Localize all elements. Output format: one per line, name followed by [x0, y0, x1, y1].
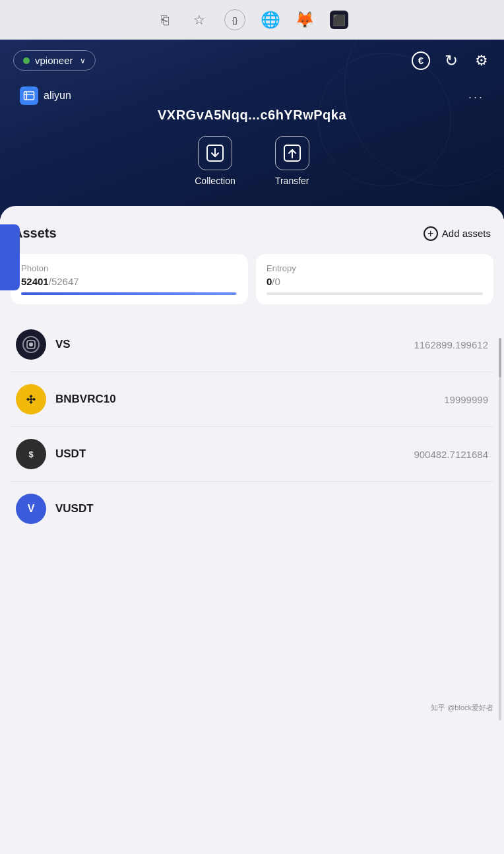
- collection-icon-wrap: [198, 136, 232, 170]
- photon-total: /52647: [49, 276, 79, 287]
- photon-values: 52401/52647: [21, 276, 237, 287]
- wallet-brand-icon: [20, 86, 38, 105]
- vusdt-avatar: V: [16, 494, 46, 524]
- bookmark-icon[interactable]: ☆: [190, 11, 208, 29]
- svg-point-8: [29, 343, 33, 346]
- resource-grid: Photon 52401/52647 Entropy 0/0: [11, 254, 493, 304]
- bnb-avatar: [16, 384, 46, 414]
- bnb-balance: 19999999: [444, 394, 488, 405]
- add-assets-label: Add assets: [442, 228, 491, 239]
- wallet-address[interactable]: VXRGvA5Nqq...c6hYRwPqka: [158, 108, 346, 123]
- collection-label: Collection: [195, 176, 235, 186]
- token-list: VS 1162899.199612 BNBVRC10 19999999 $: [11, 317, 493, 536]
- token-item-vs[interactable]: VS 1162899.199612: [11, 317, 493, 372]
- photon-bar-fill: [21, 292, 236, 295]
- euro-icon[interactable]: €: [412, 51, 430, 70]
- usdt-symbol: USDT: [55, 447, 414, 461]
- add-icon: +: [424, 226, 438, 241]
- entropy-card: Entropy 0/0: [256, 254, 493, 304]
- bnb-icon: [22, 391, 40, 408]
- scrollbar-track[interactable]: [499, 338, 501, 721]
- wallet-header: vpioneer ∨ € ↻ ⚙ aliyun: [0, 40, 504, 219]
- watermark: 知乎 @block爱好者: [431, 703, 493, 713]
- devtools-icon[interactable]: {}: [224, 9, 245, 30]
- usdt-icon: $: [28, 449, 33, 459]
- entropy-bar-bg: [267, 292, 483, 295]
- vusdt-icon: V: [28, 503, 35, 515]
- photon-current: 52401: [21, 276, 49, 287]
- network-name: vpioneer: [35, 55, 73, 66]
- wallet-info: VXRGvA5Nqq...c6hYRwPqka: [13, 108, 491, 123]
- browser-chrome: ⎗ ☆ {} 🌐 🦊 ⬛: [0, 0, 504, 40]
- vs-icon: [22, 336, 40, 353]
- entropy-total: /0: [272, 276, 280, 287]
- add-assets-button[interactable]: + Add assets: [424, 226, 491, 241]
- network-status-dot: [23, 57, 30, 64]
- photon-name: Photon: [21, 263, 237, 273]
- usdt-balance: 900482.7121684: [414, 449, 488, 460]
- wallet-brand: aliyun: [20, 86, 71, 105]
- network-selector[interactable]: vpioneer ∨: [13, 50, 96, 71]
- share-icon[interactable]: ⎗: [156, 11, 174, 29]
- extension-window: vpioneer ∨ € ↻ ⚙ aliyun: [0, 40, 504, 854]
- transfer-icon: [283, 144, 301, 162]
- metamask-icon[interactable]: 🦊: [296, 11, 314, 29]
- wallet-brand-row: aliyun ···: [13, 86, 491, 108]
- transfer-icon-wrap: [275, 136, 309, 170]
- transfer-button[interactable]: Transfer: [275, 136, 309, 186]
- vusdt-symbol: VUSDT: [55, 502, 488, 515]
- token-item-bnbvrc10[interactable]: BNBVRC10 19999999: [11, 372, 493, 427]
- extension-icon[interactable]: ⬛: [330, 11, 348, 29]
- entropy-values: 0/0: [267, 276, 483, 287]
- usdt-avatar: $: [16, 439, 46, 469]
- collection-icon: [206, 144, 224, 162]
- svg-rect-0: [24, 92, 34, 100]
- header-top: vpioneer ∨ € ↻ ⚙: [13, 50, 491, 71]
- bnb-symbol: BNBVRC10: [55, 393, 444, 406]
- wallet-actions: Collection Transfer: [13, 136, 491, 186]
- left-overlay: [0, 224, 20, 290]
- globe-icon[interactable]: 🌐: [261, 11, 280, 29]
- wallet-menu-button[interactable]: ···: [468, 90, 484, 104]
- main-card: Assets + Add assets Photon 52401/52647 E…: [0, 206, 504, 721]
- header-actions: € ↻ ⚙: [412, 51, 491, 70]
- wallet-brand-name: aliyun: [44, 90, 71, 102]
- photon-card: Photon 52401/52647: [11, 254, 248, 304]
- chevron-down-icon: ∨: [80, 56, 86, 65]
- vs-balance: 1162899.199612: [414, 339, 488, 350]
- token-item-vusdt[interactable]: V VUSDT: [11, 482, 493, 536]
- refresh-icon[interactable]: ↻: [442, 51, 460, 70]
- vs-symbol: VS: [55, 338, 414, 351]
- settings-icon[interactable]: ⚙: [472, 51, 491, 70]
- photon-bar-bg: [21, 292, 237, 295]
- transfer-label: Transfer: [275, 176, 309, 186]
- collection-button[interactable]: Collection: [195, 136, 235, 186]
- vs-avatar: [16, 329, 46, 360]
- scrollbar-thumb[interactable]: [499, 338, 501, 378]
- token-item-usdt[interactable]: $ USDT 900482.7121684: [11, 427, 493, 482]
- entropy-name: Entropy: [267, 263, 483, 273]
- assets-header: Assets + Add assets: [11, 226, 493, 241]
